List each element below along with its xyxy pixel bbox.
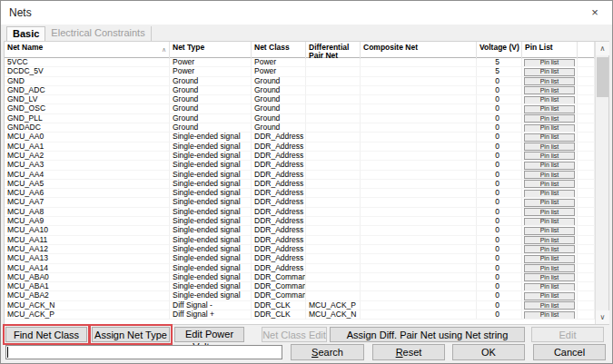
pin-list-button[interactable]: Pin list — [524, 218, 575, 226]
pin-list-button[interactable]: Pin list — [524, 152, 575, 160]
ok-button[interactable]: OK — [452, 344, 525, 360]
reset-button[interactable]: Reset — [372, 344, 445, 360]
column-header-net-name[interactable]: Net Name ∧ — [5, 42, 170, 59]
assign-net-type-button[interactable]: Assign Net Type — [92, 327, 170, 342]
table-row[interactable]: MCU_AA9Single-ended signalDDR_Address0Pi… — [5, 217, 608, 226]
pin-list-button[interactable]: Pin list — [524, 311, 575, 320]
voltage-cell: 0 — [477, 133, 522, 142]
nets-table: Net Name ∧ Net Type Net Class Differenti… — [4, 41, 609, 325]
pin-list-button[interactable]: Pin list — [524, 264, 575, 272]
pin-list-button[interactable]: Pin list — [524, 236, 575, 244]
pin-list-button[interactable]: Pin list — [524, 162, 575, 170]
pin-list-button[interactable]: Pin list — [524, 133, 575, 142]
net-class-cell: DDR_Address — [252, 133, 306, 142]
net-name-cell: GND — [5, 77, 170, 86]
pin-list-button[interactable]: Pin list — [524, 96, 575, 104]
pin-list-button[interactable]: Pin list — [524, 180, 575, 188]
net-name-cell: GND_OSC — [5, 104, 170, 113]
cancel-button[interactable]: Cancel — [533, 344, 606, 360]
table-row[interactable]: MCU_AA7Single-ended signalDDR_Address0Pi… — [5, 198, 608, 207]
close-icon[interactable]: × — [584, 4, 606, 22]
differential-pair-net-cell — [306, 133, 361, 142]
pin-list-button[interactable]: Pin list — [524, 105, 575, 113]
column-header-voltage[interactable]: Voltage (V) — [477, 42, 522, 59]
table-row[interactable]: MCU_AA5Single-ended signalDDR_Address0Pi… — [5, 180, 608, 189]
table-row[interactable]: MCU_ABA2Single-ended signalDDR_Command0P… — [5, 291, 608, 300]
assign-diff-pair-net-button[interactable]: Assign Diff. Pair Net using Net string — [330, 327, 525, 342]
table-row[interactable]: MCU_AA3Single-ended signalDDR_Address0Pi… — [5, 161, 608, 170]
pin-list-button[interactable]: Pin list — [524, 77, 575, 85]
pin-list-button[interactable]: Pin list — [524, 68, 575, 76]
table-row[interactable]: MCU_AA8Single-ended signalDDR_Address0Pi… — [5, 208, 608, 217]
pin-list-button[interactable]: Pin list — [524, 124, 575, 133]
search-button[interactable]: Search — [291, 344, 364, 360]
table-row[interactable]: MCU_AA10Single-ended signalDDR_Address0P… — [5, 226, 608, 235]
net-type-cell: Single-ended signal — [170, 291, 252, 300]
pin-list-button[interactable]: Pin list — [524, 255, 575, 263]
table-row[interactable]: GND_PLLGroundGround0Pin list — [5, 114, 608, 123]
pin-list-button[interactable]: Pin list — [524, 59, 575, 67]
scroll-up-icon[interactable]: ∧ — [596, 42, 609, 55]
pin-list-button[interactable]: Pin list — [524, 283, 575, 291]
pin-list-button[interactable]: Pin list — [524, 86, 575, 94]
voltage-cell: 0 — [477, 114, 522, 123]
tab-electrical-constraints[interactable]: Electrical Constraints — [45, 26, 151, 41]
table-row[interactable]: GNDGroundGround0Pin list — [5, 77, 608, 86]
table-row[interactable]: 5VCCPowerPower5Pin list — [5, 58, 608, 67]
pin-list-button[interactable]: Pin list — [524, 171, 575, 179]
table-row[interactable]: MCU_ABA1Single-ended signalDDR_Command0P… — [5, 282, 608, 291]
voltage-cell: 0 — [477, 208, 522, 217]
pin-list-button[interactable]: Pin list — [524, 301, 575, 310]
vertical-scrollbar[interactable]: ∧ ∨ — [595, 42, 608, 324]
differential-pair-net-cell — [306, 114, 361, 123]
table-row[interactable]: GNDADCGroundGround0Pin list — [5, 123, 608, 133]
table-row[interactable]: MCU_ACK_NDiff Signal -DDR_CLKMCU_ACK_P0P… — [5, 301, 608, 310]
row-filler — [578, 273, 595, 282]
row-filler — [578, 180, 595, 189]
pin-list-button[interactable]: Pin list — [524, 208, 575, 216]
table-row[interactable]: GND_LVGroundGround0Pin list — [5, 95, 608, 104]
pin-list-button[interactable]: Pin list — [524, 227, 575, 235]
table-row[interactable]: DCDC_5VPowerPower5Pin list — [5, 67, 608, 76]
column-header-differential-pair-net[interactable]: Differential Pair Net — [306, 42, 361, 59]
table-row[interactable]: MCU_AA1Single-ended signalDDR_Address0Pi… — [5, 143, 608, 152]
column-header-composite-net[interactable]: Composite Net — [361, 42, 477, 59]
table-row[interactable]: MCU_AA12Single-ended signalDDR_Address0P… — [5, 245, 608, 254]
net-type-cell: Single-ended signal — [170, 171, 252, 180]
differential-pair-net-cell — [306, 245, 361, 254]
pin-list-cell: Pin list — [522, 301, 578, 310]
edit-power-voltage-button[interactable]: Edit Power Voltage — [174, 327, 244, 342]
differential-pair-net-cell — [306, 95, 361, 104]
pin-list-button[interactable]: Pin list — [524, 114, 575, 123]
find-net-class-button[interactable]: Find Net Class — [5, 327, 87, 342]
table-row[interactable]: MCU_AA0Single-ended signalDDR_Address0Pi… — [5, 133, 608, 142]
pin-list-button[interactable]: Pin list — [524, 273, 575, 281]
net-name-cell: 5VCC — [5, 58, 170, 67]
net-name-cell: MCU_AA2 — [5, 152, 170, 161]
pin-list-button[interactable]: Pin list — [524, 190, 575, 198]
pin-list-button[interactable]: Pin list — [524, 143, 575, 151]
tab-basic[interactable]: Basic — [6, 26, 45, 41]
scrollbar-thumb[interactable] — [597, 57, 608, 97]
table-row[interactable]: MCU_AA4Single-ended signalDDR_Address0Pi… — [5, 171, 608, 180]
table-row[interactable]: MCU_ACK_PDiff Signal +DDR_CLKMCU_ACK_N0P… — [5, 310, 608, 320]
table-row[interactable]: GND_ADCGroundGround0Pin list — [5, 86, 608, 95]
table-row[interactable]: MCU_AA11Single-ended signalDDR_Address0P… — [5, 236, 608, 245]
table-row[interactable]: MCU_AA6Single-ended signalDDR_Address0Pi… — [5, 189, 608, 198]
pin-list-button[interactable]: Pin list — [524, 292, 575, 300]
composite-net-cell — [361, 58, 477, 67]
table-row[interactable]: MCU_AA13Single-ended signalDDR_Address0P… — [5, 254, 608, 263]
column-header-pin-list[interactable]: Pin List — [522, 42, 578, 59]
table-row[interactable]: GND_OSCGroundGround0Pin list — [5, 104, 608, 113]
scroll-down-icon[interactable]: ∨ — [596, 310, 609, 324]
pin-list-button[interactable]: Pin list — [524, 245, 575, 253]
column-header-net-class[interactable]: Net Class — [252, 42, 306, 59]
net-class-cell: DDR_Address — [252, 198, 306, 207]
table-row[interactable]: MCU_ABA0Single-ended signalDDR_Command0P… — [5, 273, 608, 282]
table-row[interactable]: MCU_AA14Single-ended signalDDR_Address0P… — [5, 264, 608, 273]
net-type-cell: Single-ended signal — [170, 236, 252, 245]
table-row[interactable]: MCU_AA2Single-ended signalDDR_Address0Pi… — [5, 152, 608, 161]
search-input[interactable] — [5, 345, 282, 359]
column-header-net-type[interactable]: Net Type — [170, 42, 252, 59]
pin-list-button[interactable]: Pin list — [524, 199, 575, 207]
